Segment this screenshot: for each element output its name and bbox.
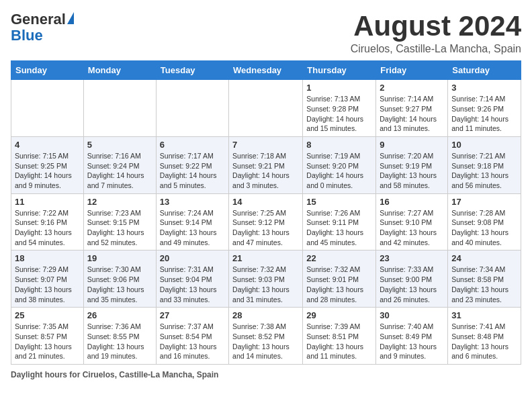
calendar-cell: 17Sunrise: 7:28 AM Sunset: 9:08 PM Dayli… bbox=[448, 193, 521, 250]
calendar-cell: 9Sunrise: 7:20 AM Sunset: 9:19 PM Daylig… bbox=[376, 136, 448, 193]
day-number: 29 bbox=[306, 310, 372, 320]
day-number: 1 bbox=[306, 83, 372, 93]
day-number: 31 bbox=[451, 310, 517, 320]
calendar-cell: 23Sunrise: 7:33 AM Sunset: 9:00 PM Dayli… bbox=[376, 250, 448, 308]
day-info: Sunrise: 7:14 AM Sunset: 9:27 PM Dayligh… bbox=[380, 94, 444, 134]
day-info: Sunrise: 7:39 AM Sunset: 8:51 PM Dayligh… bbox=[306, 322, 372, 361]
calendar-cell: 13Sunrise: 7:24 AM Sunset: 9:14 PM Dayli… bbox=[156, 193, 228, 250]
calendar-week-row: 18Sunrise: 7:29 AM Sunset: 9:07 PM Dayli… bbox=[11, 250, 521, 308]
day-info: Sunrise: 7:33 AM Sunset: 9:00 PM Dayligh… bbox=[380, 265, 444, 304]
calendar-cell: 24Sunrise: 7:34 AM Sunset: 8:58 PM Dayli… bbox=[448, 250, 521, 308]
calendar-header-tuesday: Tuesday bbox=[156, 61, 228, 80]
day-number: 12 bbox=[87, 197, 152, 207]
day-info: Sunrise: 7:14 AM Sunset: 9:26 PM Dayligh… bbox=[451, 94, 517, 134]
location-subtitle: Ciruelos, Castille-La Mancha, Spain bbox=[351, 43, 521, 55]
day-info: Sunrise: 7:30 AM Sunset: 9:06 PM Dayligh… bbox=[87, 265, 152, 304]
calendar-week-row: 25Sunrise: 7:35 AM Sunset: 8:57 PM Dayli… bbox=[11, 308, 521, 365]
calendar-header-thursday: Thursday bbox=[303, 61, 376, 80]
calendar-week-row: 11Sunrise: 7:22 AM Sunset: 9:16 PM Dayli… bbox=[11, 193, 521, 250]
calendar-cell: 18Sunrise: 7:29 AM Sunset: 9:07 PM Dayli… bbox=[11, 250, 84, 308]
day-number: 24 bbox=[451, 253, 517, 263]
day-number: 8 bbox=[306, 140, 372, 150]
logo-general-text: General bbox=[11, 11, 66, 28]
day-number: 7 bbox=[232, 140, 299, 150]
day-number: 27 bbox=[160, 310, 225, 320]
day-number: 28 bbox=[232, 310, 299, 320]
calendar-cell: 22Sunrise: 7:32 AM Sunset: 9:01 PM Dayli… bbox=[303, 250, 376, 308]
day-info: Sunrise: 7:32 AM Sunset: 9:03 PM Dayligh… bbox=[232, 265, 299, 304]
day-info: Sunrise: 7:26 AM Sunset: 9:11 PM Dayligh… bbox=[306, 208, 372, 248]
calendar-cell: 21Sunrise: 7:32 AM Sunset: 9:03 PM Dayli… bbox=[229, 250, 303, 308]
day-number: 21 bbox=[232, 253, 299, 263]
calendar-cell: 27Sunrise: 7:37 AM Sunset: 8:54 PM Dayli… bbox=[156, 308, 228, 365]
calendar-cell: 25Sunrise: 7:35 AM Sunset: 8:57 PM Dayli… bbox=[11, 308, 84, 365]
day-number: 22 bbox=[306, 253, 372, 263]
day-info: Sunrise: 7:29 AM Sunset: 9:07 PM Dayligh… bbox=[15, 265, 80, 304]
calendar-cell: 15Sunrise: 7:26 AM Sunset: 9:11 PM Dayli… bbox=[303, 193, 376, 250]
day-number: 5 bbox=[87, 140, 152, 150]
day-number: 17 bbox=[451, 197, 517, 207]
calendar-cell: 11Sunrise: 7:22 AM Sunset: 9:16 PM Dayli… bbox=[11, 193, 84, 250]
calendar-header-saturday: Saturday bbox=[448, 61, 521, 80]
calendar-cell: 4Sunrise: 7:15 AM Sunset: 9:25 PM Daylig… bbox=[11, 136, 84, 193]
calendar-header-row: SundayMondayTuesdayWednesdayThursdayFrid… bbox=[11, 61, 521, 80]
title-section: August 2024 Ciruelos, Castille-La Mancha… bbox=[351, 11, 521, 55]
day-number: 14 bbox=[232, 197, 299, 207]
day-info: Sunrise: 7:31 AM Sunset: 9:04 PM Dayligh… bbox=[160, 265, 225, 304]
calendar-cell: 12Sunrise: 7:23 AM Sunset: 9:15 PM Dayli… bbox=[83, 193, 156, 250]
calendar-cell: 16Sunrise: 7:27 AM Sunset: 9:10 PM Dayli… bbox=[376, 193, 448, 250]
day-info: Sunrise: 7:38 AM Sunset: 8:52 PM Dayligh… bbox=[232, 322, 299, 361]
day-info: Sunrise: 7:15 AM Sunset: 9:25 PM Dayligh… bbox=[15, 151, 80, 191]
day-info: Sunrise: 7:25 AM Sunset: 9:12 PM Dayligh… bbox=[232, 208, 299, 248]
day-number: 11 bbox=[15, 197, 80, 207]
day-info: Sunrise: 7:17 AM Sunset: 9:22 PM Dayligh… bbox=[160, 151, 225, 191]
calendar-cell: 20Sunrise: 7:31 AM Sunset: 9:04 PM Dayli… bbox=[156, 250, 228, 308]
day-info: Sunrise: 7:18 AM Sunset: 9:21 PM Dayligh… bbox=[232, 151, 299, 191]
calendar-header-friday: Friday bbox=[376, 61, 448, 80]
day-number: 9 bbox=[380, 140, 444, 150]
day-info: Sunrise: 7:13 AM Sunset: 9:28 PM Dayligh… bbox=[306, 94, 372, 134]
calendar-cell: 8Sunrise: 7:19 AM Sunset: 9:20 PM Daylig… bbox=[303, 136, 376, 193]
day-number: 25 bbox=[15, 310, 80, 320]
calendar-cell: 31Sunrise: 7:41 AM Sunset: 8:48 PM Dayli… bbox=[448, 308, 521, 365]
calendar-cell: 28Sunrise: 7:38 AM Sunset: 8:52 PM Dayli… bbox=[229, 308, 303, 365]
calendar-cell bbox=[156, 80, 228, 137]
footer-description: for Ciruelos, Castille-La Mancha, Spain bbox=[69, 370, 218, 379]
calendar-cell bbox=[83, 80, 156, 137]
calendar-cell: 2Sunrise: 7:14 AM Sunset: 9:27 PM Daylig… bbox=[376, 80, 448, 137]
day-number: 3 bbox=[451, 83, 517, 93]
day-number: 6 bbox=[160, 140, 225, 150]
day-number: 20 bbox=[160, 253, 225, 263]
calendar-cell bbox=[11, 80, 84, 137]
calendar-cell: 10Sunrise: 7:21 AM Sunset: 9:18 PM Dayli… bbox=[448, 136, 521, 193]
day-info: Sunrise: 7:23 AM Sunset: 9:15 PM Dayligh… bbox=[87, 208, 152, 248]
day-number: 10 bbox=[451, 140, 517, 150]
day-info: Sunrise: 7:34 AM Sunset: 8:58 PM Dayligh… bbox=[451, 265, 517, 304]
calendar-cell: 7Sunrise: 7:18 AM Sunset: 9:21 PM Daylig… bbox=[229, 136, 303, 193]
day-info: Sunrise: 7:19 AM Sunset: 9:20 PM Dayligh… bbox=[306, 151, 372, 191]
day-info: Sunrise: 7:37 AM Sunset: 8:54 PM Dayligh… bbox=[160, 322, 225, 361]
day-info: Sunrise: 7:21 AM Sunset: 9:18 PM Dayligh… bbox=[451, 151, 517, 191]
calendar-header-wednesday: Wednesday bbox=[229, 61, 303, 80]
day-info: Sunrise: 7:27 AM Sunset: 9:10 PM Dayligh… bbox=[380, 208, 444, 248]
logo-triangle-icon bbox=[67, 12, 74, 24]
calendar-cell bbox=[229, 80, 303, 137]
day-number: 16 bbox=[380, 197, 444, 207]
calendar-cell: 5Sunrise: 7:16 AM Sunset: 9:24 PM Daylig… bbox=[83, 136, 156, 193]
day-info: Sunrise: 7:32 AM Sunset: 9:01 PM Dayligh… bbox=[306, 265, 372, 304]
logo-blue-text: Blue bbox=[11, 27, 43, 44]
footer-label: Daylight hours bbox=[11, 370, 67, 379]
day-number: 26 bbox=[87, 310, 152, 320]
day-info: Sunrise: 7:41 AM Sunset: 8:48 PM Dayligh… bbox=[451, 322, 517, 361]
day-info: Sunrise: 7:16 AM Sunset: 9:24 PM Dayligh… bbox=[87, 151, 152, 191]
day-number: 23 bbox=[380, 253, 444, 263]
calendar-cell: 3Sunrise: 7:14 AM Sunset: 9:26 PM Daylig… bbox=[448, 80, 521, 137]
calendar-cell: 26Sunrise: 7:36 AM Sunset: 8:55 PM Dayli… bbox=[83, 308, 156, 365]
calendar-header-sunday: Sunday bbox=[11, 61, 84, 80]
calendar-cell: 6Sunrise: 7:17 AM Sunset: 9:22 PM Daylig… bbox=[156, 136, 228, 193]
calendar-cell: 19Sunrise: 7:30 AM Sunset: 9:06 PM Dayli… bbox=[83, 250, 156, 308]
footer-note: Daylight hours for Ciruelos, Castille-La… bbox=[11, 370, 521, 379]
day-info: Sunrise: 7:28 AM Sunset: 9:08 PM Dayligh… bbox=[451, 208, 517, 248]
calendar-cell: 14Sunrise: 7:25 AM Sunset: 9:12 PM Dayli… bbox=[229, 193, 303, 250]
calendar-week-row: 1Sunrise: 7:13 AM Sunset: 9:28 PM Daylig… bbox=[11, 80, 521, 137]
